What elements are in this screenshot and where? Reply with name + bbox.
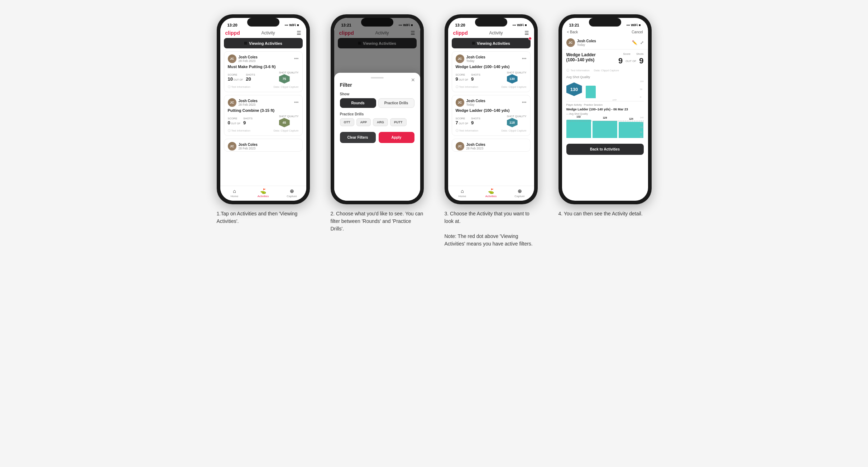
home-label-3: Home xyxy=(459,195,466,198)
sq-badge-3-1: 130 xyxy=(507,74,518,84)
detail-info2: Data: Clippd Capture xyxy=(594,69,619,72)
nav-activities-1[interactable]: ⛳ Activities xyxy=(249,188,278,198)
phone-1-screen: 13:20 ▪▪▪ WiFi ■ clippd Activity ☰ xyxy=(220,18,306,201)
mini-bar-1 xyxy=(586,86,596,98)
user-date-3: 28 Feb 2023 xyxy=(239,147,258,150)
back-to-activities-btn[interactable]: Back to Activities xyxy=(566,144,644,155)
activities-icon-3: ⛳ xyxy=(488,188,494,194)
more-dots-2[interactable]: ••• xyxy=(294,100,299,105)
edit-icon[interactable]: ✏️ xyxy=(632,40,637,45)
practice-drills-btn[interactable]: Practice Drills xyxy=(378,98,414,108)
phone-3-col: 13:20 ▪▪▪ WiFi ■ clippd Activity ☰ xyxy=(439,14,543,248)
nav-home-3[interactable]: ⌂ Home xyxy=(448,188,477,198)
apply-btn[interactable]: Apply xyxy=(379,132,414,143)
avatar-3-1: JC xyxy=(456,54,464,63)
viewing-bar-3[interactable]: ⊞ Viewing Activities xyxy=(452,38,531,48)
card-user-3: JC Josh Coles 28 Feb 2023 xyxy=(228,142,258,151)
score-label-1: Score xyxy=(228,73,243,76)
card-info-3-2: ⓘ Test Information xyxy=(456,129,478,133)
more-dots-1[interactable]: ••• xyxy=(294,56,299,61)
filter-handle xyxy=(371,77,384,78)
card-user-3-2: JC Josh Coles Today xyxy=(456,98,485,107)
card-stats-3-1: Score 9 OUT OF Shots 9 xyxy=(456,71,527,84)
nav-capture-1[interactable]: ⊕ Capture xyxy=(278,188,306,198)
nav-capture-3[interactable]: ⊕ Capture xyxy=(505,188,534,198)
score-label-2: Score xyxy=(228,117,241,120)
status-icons-3: ▪▪▪ WiFi ■ xyxy=(513,23,527,27)
screen-scroll-1: JC Josh Coles 28 Feb 2023 ••• Must Make … xyxy=(220,51,306,186)
practice-drills-section: Practice Drills xyxy=(340,112,414,116)
nav-home-1[interactable]: ⌂ Home xyxy=(220,188,249,198)
detail-outof: OUT OF xyxy=(625,59,636,63)
detail-title-row: Wedge Ladder (100–140 yds) Score Shots 9… xyxy=(566,52,644,66)
detail-info1: Test Information xyxy=(571,69,590,72)
avatar-3-2: JC xyxy=(456,98,464,107)
avatar-3: JC xyxy=(228,142,236,151)
outof-3-1: OUT OF xyxy=(459,78,468,81)
card-footer-1: ⓘ Test Information Data: Clippd Capture xyxy=(228,85,299,89)
more-dots-3-2[interactable]: ••• xyxy=(522,100,527,105)
detail-score-area: Score Shots 9 OUT OF 9 xyxy=(618,52,644,66)
card-title-3-2: Wedge Ladder (100–140 yds) xyxy=(456,108,527,113)
phone-notch xyxy=(247,18,279,27)
score-lbl-3-1: Score xyxy=(456,73,469,76)
card-footer-3-1: ⓘ Test Information Data: Clippd Capture xyxy=(456,85,527,89)
rounds-btn[interactable]: Rounds xyxy=(340,98,376,108)
activity-card-3-2[interactable]: JC Josh Coles Today ••• Wedge Ladder (10… xyxy=(452,95,531,136)
viewing-bar-1[interactable]: ⊞ Viewing Activities xyxy=(224,38,303,48)
activity-card-2[interactable]: JC Josh Coles 28 Feb 2023 ••• Putting Co… xyxy=(224,95,303,136)
shots-v-3-2: 9 xyxy=(471,120,480,125)
user-name-3-3: Josh Coles xyxy=(466,143,485,147)
outof-3-2: OUT OF xyxy=(459,122,468,125)
card-user-3-1: JC Josh Coles Today xyxy=(456,54,485,63)
header-title-1: Activity xyxy=(262,30,275,35)
card-header-3: JC Josh Coles 28 Feb 2023 xyxy=(228,142,299,151)
user-info-3-2: Josh Coles Today xyxy=(466,99,485,106)
avatar-3-3: JC xyxy=(456,142,464,151)
score-section-1: Score 10 OUT OF xyxy=(228,73,243,82)
detail-header: < Back Cancel xyxy=(562,29,648,36)
sq-badge-2: 45 xyxy=(279,118,290,127)
nav-activities-3[interactable]: ⛳ Activities xyxy=(477,188,505,198)
home-icon-3: ⌂ xyxy=(461,188,464,194)
drill-putt[interactable]: PUTT xyxy=(390,118,407,126)
filter-close-icon[interactable]: ✕ xyxy=(411,77,415,83)
detail-info-row: ⓘ Test Information Data: Clippd Capture xyxy=(566,68,644,72)
caption-2: 2. Choose what you'd like to see. You ca… xyxy=(331,210,424,233)
sq-label-1: Shot Quality xyxy=(279,71,299,74)
user-date-1: 28 Feb 2023 xyxy=(239,59,258,63)
viewing-bar-text-3: Viewing Activities xyxy=(477,41,510,46)
capture-icon-3: ⊕ xyxy=(518,188,522,194)
menu-icon-1[interactable]: ☰ xyxy=(297,30,301,36)
status-time-3: 13:20 xyxy=(455,23,465,27)
score-v-3-2: 7 xyxy=(456,120,458,125)
activity-card-1[interactable]: JC Josh Coles 28 Feb 2023 ••• Must Make … xyxy=(224,51,303,92)
red-dot-3 xyxy=(528,37,532,40)
clear-filters-btn[interactable]: Clear Filters xyxy=(340,132,376,143)
bottom-nav-1: ⌂ Home ⛳ Activities ⊕ Capture xyxy=(220,186,306,201)
back-btn[interactable]: < Back xyxy=(567,30,578,34)
filter-modal: ✕ Filter Show Rounds Practice Drills Pra… xyxy=(334,73,420,201)
mini-chart-bars: 100 50 0 APP xyxy=(586,80,644,98)
expand-icon[interactable]: ⤢ xyxy=(640,40,644,45)
drill-app[interactable]: APP xyxy=(356,118,371,126)
caption-1: 1.Tap on Activities and then 'Viewing Ac… xyxy=(217,210,310,225)
more-dots-3-1[interactable]: ••• xyxy=(522,56,527,61)
card-header-3-2: JC Josh Coles Today ••• xyxy=(456,98,527,107)
card-info-3-1: ⓘ Test Information xyxy=(456,85,478,89)
y-label-0: 0 xyxy=(640,96,643,98)
bar-y-labels: 140 120 100 80 60 xyxy=(640,116,643,138)
chart-y-labels: 100 50 0 xyxy=(640,80,643,98)
status-time-4: 13:21 xyxy=(569,23,579,27)
activity-card-3-partial[interactable]: JC Josh Coles 28 Feb 2023 xyxy=(224,139,303,152)
avatar-1: JC xyxy=(228,54,236,63)
avatar-4: JC xyxy=(566,38,575,47)
user-info-3-1: Josh Coles Today xyxy=(466,55,485,63)
drill-ott[interactable]: OTT xyxy=(340,118,354,126)
activity-card-3-3[interactable]: JC Josh Coles 28 Feb 2023 xyxy=(452,139,531,152)
activity-card-3-1[interactable]: JC Josh Coles Today ••• Wedge Ladder (10… xyxy=(452,51,531,92)
menu-icon-3[interactable]: ☰ xyxy=(524,30,529,36)
cancel-btn[interactable]: Cancel xyxy=(632,30,643,34)
drill-arg[interactable]: ARG xyxy=(373,118,388,126)
card-title-3-1: Wedge Ladder (100–140 yds) xyxy=(456,65,527,69)
